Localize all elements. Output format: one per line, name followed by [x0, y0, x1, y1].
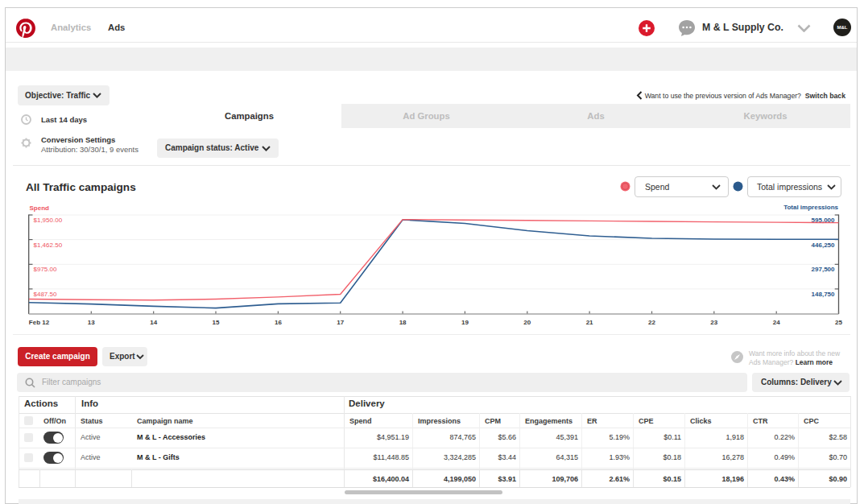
svg-text:16: 16	[275, 319, 282, 326]
svg-text:21: 21	[586, 319, 593, 326]
svg-text:Spend: Spend	[30, 204, 50, 212]
svg-text:20: 20	[523, 319, 531, 326]
svg-text:Feb 12: Feb 12	[29, 319, 50, 326]
svg-text:Total impressions: Total impressions	[783, 204, 838, 211]
svg-text:25: 25	[835, 319, 842, 326]
svg-text:$487.50: $487.50	[34, 291, 57, 298]
svg-text:$1,950.00: $1,950.00	[34, 217, 63, 224]
svg-text:$1,462.50: $1,462.50	[34, 242, 63, 249]
svg-text:18: 18	[399, 319, 407, 326]
svg-text:297,500: 297,500	[812, 266, 835, 273]
svg-text:23: 23	[710, 319, 717, 326]
svg-text:19: 19	[461, 319, 469, 326]
svg-text:17: 17	[337, 319, 344, 326]
svg-text:24: 24	[773, 319, 780, 326]
svg-text:446,250: 446,250	[812, 242, 835, 249]
svg-text:$975.00: $975.00	[34, 266, 57, 273]
svg-text:148,750: 148,750	[812, 291, 835, 298]
svg-text:22: 22	[648, 319, 655, 326]
svg-text:13: 13	[88, 319, 95, 326]
svg-text:15: 15	[213, 319, 220, 326]
svg-text:14: 14	[150, 319, 157, 326]
